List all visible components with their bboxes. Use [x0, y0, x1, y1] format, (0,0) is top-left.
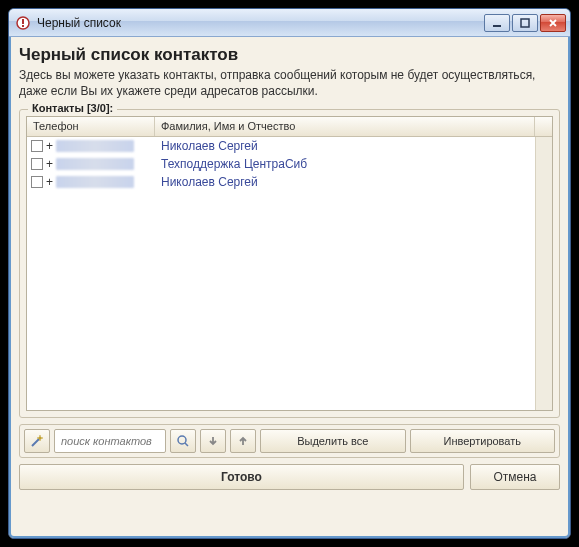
grid-header: Телефон Фамилия, Имя и Отчество — [27, 117, 552, 137]
search-button[interactable] — [170, 429, 196, 453]
page-title: Черный список контактов — [19, 45, 560, 65]
minimize-button[interactable] — [484, 14, 510, 32]
cell-name: Техподдержка ЦентраСиб — [155, 157, 535, 171]
cell-phone: + — [27, 175, 155, 189]
close-button[interactable] — [540, 14, 566, 32]
column-header-name[interactable]: Фамилия, Имя и Отчество — [155, 117, 535, 136]
titlebar[interactable]: Черный список — [9, 9, 570, 37]
column-header-phone[interactable]: Телефон — [27, 117, 155, 136]
move-up-button[interactable] — [230, 429, 256, 453]
table-row[interactable]: + Техподдержка ЦентраСиб — [27, 155, 535, 173]
svg-rect-3 — [493, 25, 501, 27]
search-icon — [176, 434, 190, 448]
svg-point-6 — [178, 436, 186, 444]
column-header-scroll — [535, 117, 552, 136]
maximize-button[interactable] — [512, 14, 538, 32]
phone-prefix: + — [46, 175, 53, 189]
search-input[interactable] — [54, 429, 166, 453]
contacts-grid: Телефон Фамилия, Имя и Отчество + Никола… — [26, 116, 553, 411]
phone-redacted — [56, 176, 134, 188]
invert-button[interactable]: Инвертировать — [410, 429, 556, 453]
client-area: Черный список контактов Здесь вы можете … — [9, 37, 570, 500]
phone-redacted — [56, 158, 134, 170]
checkbox[interactable] — [31, 158, 43, 170]
grid-body: + Николаев Сергей + Техподдержка Ц — [27, 137, 552, 410]
phone-prefix: + — [46, 157, 53, 171]
cell-phone: + — [27, 157, 155, 171]
filter-button[interactable] — [24, 429, 50, 453]
contacts-legend: Контакты [3/0]: — [28, 102, 117, 114]
svg-rect-1 — [22, 19, 24, 24]
toolbar: Выделить все Инвертировать — [19, 424, 560, 458]
done-button[interactable]: Готово — [19, 464, 464, 490]
cell-phone: + — [27, 139, 155, 153]
move-down-button[interactable] — [200, 429, 226, 453]
window-title: Черный список — [37, 16, 484, 30]
window: Черный список Черный список контактов Зд… — [8, 8, 571, 539]
svg-rect-2 — [22, 25, 24, 27]
phone-prefix: + — [46, 139, 53, 153]
footer: Готово Отмена — [19, 464, 560, 490]
scrollbar-vertical[interactable] — [535, 137, 552, 410]
svg-rect-4 — [521, 19, 529, 27]
select-all-button[interactable]: Выделить все — [260, 429, 406, 453]
cell-name: Николаев Сергей — [155, 139, 535, 153]
arrow-up-icon — [237, 435, 249, 447]
wand-icon — [30, 434, 44, 448]
checkbox[interactable] — [31, 176, 43, 188]
window-controls — [484, 14, 566, 32]
checkbox[interactable] — [31, 140, 43, 152]
cancel-button[interactable]: Отмена — [470, 464, 560, 490]
contacts-fieldset: Контакты [3/0]: Телефон Фамилия, Имя и О… — [19, 109, 560, 418]
arrow-down-icon — [207, 435, 219, 447]
table-row[interactable]: + Николаев Сергей — [27, 137, 535, 155]
phone-redacted — [56, 140, 134, 152]
app-icon — [15, 15, 31, 31]
cell-name: Николаев Сергей — [155, 175, 535, 189]
page-description: Здесь вы можете указать контакты, отправ… — [19, 67, 560, 99]
table-row[interactable]: + Николаев Сергей — [27, 173, 535, 191]
